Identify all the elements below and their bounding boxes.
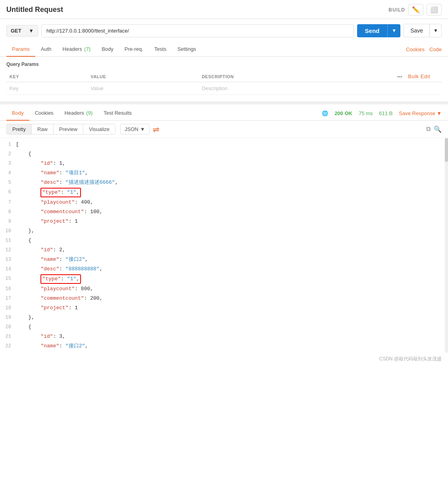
format-raw-button[interactable]: Raw <box>32 124 54 134</box>
method-chevron-icon: ▼ <box>29 28 34 34</box>
response-body-wrapper: 1[2 {3 "id": 1,4 "name": "项目1",5 "desc":… <box>0 138 448 353</box>
tab-headers[interactable]: Headers (7) <box>57 42 96 57</box>
tab-auth[interactable]: Auth <box>35 42 57 57</box>
col-key: KEY <box>6 71 87 82</box>
line-number: 2 <box>0 150 16 158</box>
request-tabs-right: Cookies Code <box>406 46 442 52</box>
response-line: 7 "playcount": 400, <box>0 198 448 207</box>
line-number: 10 <box>0 227 16 235</box>
url-input[interactable] <box>41 24 354 37</box>
response-line: 5 "desc": "描述描述描述6666", <box>0 178 448 187</box>
title-bar: Untitled Request BUILD ✏️ ⬜ <box>0 0 448 19</box>
line-number: 20 <box>0 323 16 331</box>
send-group: Send ▼ <box>357 24 401 37</box>
code-link[interactable]: Code <box>429 46 442 52</box>
save-response-chevron-icon: ▼ <box>436 110 442 116</box>
save-dropdown-button[interactable]: ▼ <box>430 24 442 37</box>
param-value-input[interactable]: Value <box>87 82 198 95</box>
response-line: 9 "project": 1 <box>0 217 448 226</box>
more-options-icon[interactable]: ••• <box>397 74 402 79</box>
format-preview-button[interactable]: Preview <box>54 124 83 134</box>
response-tab-headers[interactable]: Headers (9) <box>59 106 98 121</box>
tab-settings[interactable]: Settings <box>172 42 202 57</box>
response-tab-body[interactable]: Body <box>6 106 29 121</box>
response-tab-test-results[interactable]: Test Results <box>98 106 137 121</box>
query-params-title: Query Params <box>6 62 442 67</box>
format-pretty-button[interactable]: Pretty <box>7 124 32 134</box>
response-line: 4 "name": "项目1", <box>0 168 448 178</box>
line-number: 9 <box>0 217 16 226</box>
line-content: [ <box>16 140 448 149</box>
section-divider <box>0 101 448 104</box>
send-dropdown-button[interactable]: ▼ <box>387 24 400 37</box>
response-tabs: Body Cookies Headers (9) Test Results 🌐 … <box>0 106 448 121</box>
param-key-input[interactable]: Key <box>6 82 87 95</box>
line-number: 14 <box>0 265 16 274</box>
param-action <box>394 82 442 95</box>
response-line: 2 { <box>0 149 448 159</box>
tab-tests[interactable]: Tests <box>149 42 172 57</box>
response-time: 75 ms <box>359 110 373 116</box>
line-content: { <box>16 150 448 158</box>
response-line: 3 "id": 1, <box>0 159 448 168</box>
method-label: GET <box>11 28 21 34</box>
line-number: 5 <box>0 178 16 187</box>
request-tabs: Params Auth Headers (7) Body Pre-req. Te… <box>0 42 448 57</box>
response-line: 1[ <box>0 140 448 149</box>
send-button[interactable]: Send <box>357 24 388 37</box>
url-bar: GET ▼ Send ▼ Save ▼ <box>0 19 448 42</box>
line-number: 11 <box>0 236 16 245</box>
response-line: 8 "commentcount": 100, <box>0 207 448 217</box>
save-response-button[interactable]: Save Response ▼ <box>399 110 442 116</box>
wrap-icon[interactable]: ⇌ <box>153 125 160 134</box>
save-button[interactable]: Save <box>404 24 430 37</box>
line-number: 22 <box>0 342 16 351</box>
save-icon-button[interactable]: ⬜ <box>427 4 442 15</box>
line-content: "type": "1", <box>16 188 448 197</box>
edit-icon-button[interactable]: ✏️ <box>408 4 423 15</box>
response-tab-cookies[interactable]: Cookies <box>29 106 59 121</box>
save-group: Save ▼ <box>404 24 442 37</box>
copy-icon[interactable]: ⧉ <box>426 125 431 133</box>
line-number: 13 <box>0 255 16 264</box>
line-number: 19 <box>0 313 16 322</box>
response-line: 13 "name": "接口2", <box>0 255 448 264</box>
cookies-link[interactable]: Cookies <box>406 46 425 52</box>
line-number: 1 <box>0 140 16 149</box>
json-type-chevron-icon: ▼ <box>140 126 145 132</box>
method-select[interactable]: GET ▼ <box>6 25 38 37</box>
param-description-input[interactable]: Description <box>198 82 394 95</box>
tab-prereq[interactable]: Pre-req. <box>119 42 149 57</box>
line-number: 6 <box>0 188 16 196</box>
line-content: "playcount": 400, <box>16 198 448 207</box>
response-line: 22 "name": "接口2", <box>0 341 448 351</box>
page-title: Untitled Request <box>6 6 63 14</box>
format-visualize-button[interactable]: Visualize <box>83 124 115 134</box>
line-content: "commentcount": 100, <box>16 208 448 216</box>
line-content: "id": 2, <box>16 246 448 254</box>
tab-params[interactable]: Params <box>6 42 35 57</box>
line-number: 18 <box>0 304 16 312</box>
response-line: 19 }, <box>0 313 448 322</box>
bulk-edit-button[interactable]: Bulk Edit <box>408 73 430 79</box>
response-line: 21 "id": 3, <box>0 332 448 341</box>
tab-body[interactable]: Body <box>96 42 119 57</box>
line-number: 3 <box>0 159 16 168</box>
json-type-label: JSON <box>125 126 138 132</box>
scrollbar-thumb[interactable] <box>445 138 448 162</box>
search-icon[interactable]: 🔍 <box>434 125 442 133</box>
line-number: 4 <box>0 169 16 177</box>
line-content: "name": "接口2", <box>16 342 448 351</box>
line-content: "commentcount": 200, <box>16 294 448 303</box>
response-line: 6 "type": "1", <box>0 187 448 198</box>
scrollbar-track[interactable] <box>445 138 448 353</box>
response-line: 10 }, <box>0 226 448 236</box>
line-content: "id": 3, <box>16 332 448 341</box>
line-content: "project": 1 <box>16 217 448 226</box>
json-type-select[interactable]: JSON ▼ <box>120 124 150 135</box>
col-value: VALUE <box>87 71 198 82</box>
response-line: 17 "commentcount": 200, <box>0 294 448 303</box>
line-content: "desc": "描述描述描述6666", <box>16 178 448 187</box>
col-actions: ••• Bulk Edit <box>394 71 442 82</box>
response-body: 1[2 {3 "id": 1,4 "name": "项目1",5 "desc":… <box>0 138 448 353</box>
